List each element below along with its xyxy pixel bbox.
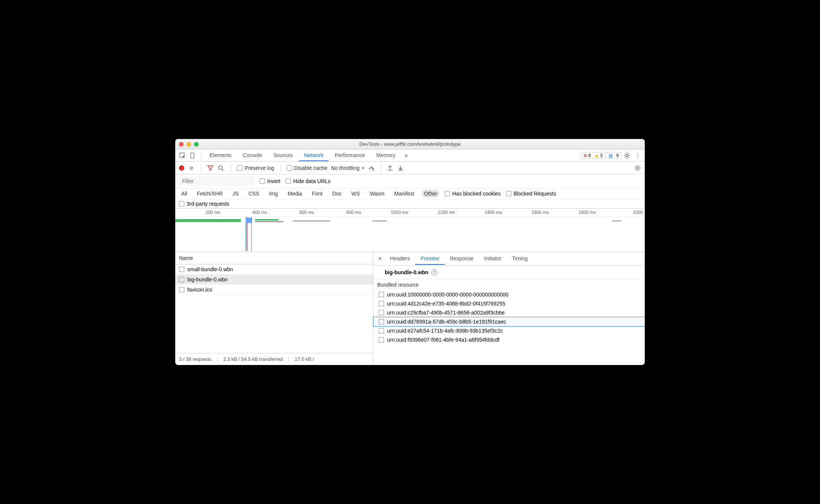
third-party-checkbox[interactable]: 3rd-party requests	[179, 201, 229, 207]
error-badge[interactable]: ⊗6 ▲3	[581, 152, 605, 159]
status-bar: 3 / 38 requests| 2.3 kB / 54.5 kB transf…	[175, 353, 373, 365]
bundled-resource-row[interactable]: urn:uuid:dd78991a-57db-459c-b8b5-1e191f9…	[373, 317, 645, 326]
request-row[interactable]: small-bundle-0.wbn	[175, 264, 373, 275]
filter-input[interactable]	[179, 177, 254, 186]
device-mode-icon[interactable]	[188, 151, 198, 160]
tab-memory[interactable]: Memory	[371, 150, 401, 161]
titlebar: DevTools - www.jefftk.com/test/wbn9/prot…	[175, 139, 645, 150]
clear-icon[interactable]: ⊘	[188, 165, 195, 171]
type-filter-img[interactable]: Img	[267, 190, 280, 197]
bundled-resource-row[interactable]: urn:uuid:10000000-0000-0000-0000-0000000…	[373, 290, 645, 299]
tab-elements[interactable]: Elements	[204, 150, 237, 161]
kebab-icon[interactable]: ⋮	[633, 151, 643, 160]
network-conditions-icon[interactable]	[368, 165, 375, 171]
tab-performance[interactable]: Performance	[329, 150, 370, 161]
bundled-resource-url: urn:uuid:c29cfba7-490b-4571-8656-a002a9f…	[387, 310, 505, 316]
type-filter-js[interactable]: JS	[230, 190, 241, 197]
third-party-row: 3rd-party requests	[175, 199, 645, 209]
bundled-resource-row[interactable]: urn:uuid:e27afc54-171b-4afc-899b-93b135e…	[373, 326, 645, 335]
detail-pane: × HeadersPreviewResponseInitiatorTiming …	[373, 252, 645, 365]
detail-tab-headers[interactable]: Headers	[385, 253, 415, 265]
type-filter-all[interactable]: All	[179, 190, 190, 197]
bundled-resource-list: urn:uuid:10000000-0000-0000-0000-0000000…	[373, 290, 645, 344]
type-filter-doc[interactable]: Doc	[330, 190, 344, 197]
network-split: Name small-bundle-0.wbnbig-bundle-0.wbnf…	[175, 252, 645, 365]
file-icon	[379, 292, 384, 297]
bundled-resource-row[interactable]: urn:uuid:4d12c42e-e735-4088-8bd2-0f415f7…	[373, 299, 645, 308]
file-icon	[379, 301, 384, 306]
type-filter-wasm[interactable]: Wasm	[367, 190, 387, 197]
upload-har-icon[interactable]	[387, 165, 394, 171]
close-details-icon[interactable]: ×	[375, 255, 385, 262]
type-filter-manifest[interactable]: Manifest	[392, 190, 416, 197]
bundled-resource-url: urn:uuid:e27afc54-171b-4afc-899b-93b135e…	[387, 328, 503, 334]
file-icon	[179, 287, 184, 292]
msg-badge[interactable]: ▤ 9	[606, 152, 621, 159]
panel-tabbar: ElementsConsoleSourcesNetworkPerformance…	[175, 150, 645, 162]
timeline-tick: 200 ms	[175, 209, 222, 217]
type-filter-media[interactable]: Media	[286, 190, 304, 197]
record-button[interactable]	[179, 165, 184, 171]
timeline-tick: 2000	[598, 209, 645, 217]
detail-tab-initiator[interactable]: Initiator	[479, 253, 507, 265]
request-row[interactable]: favicon.ico	[175, 285, 373, 295]
file-icon	[379, 328, 384, 333]
detail-tab-timing[interactable]: Timing	[507, 253, 533, 265]
help-icon[interactable]: ?	[431, 269, 438, 275]
blocked-cookies-checkbox[interactable]: Has blocked cookies	[445, 191, 500, 197]
devtools-window: DevTools - www.jefftk.com/test/wbn9/prot…	[175, 139, 645, 365]
invert-checkbox[interactable]: Invert	[260, 178, 280, 184]
timeline-tick: 1600 ms	[504, 209, 551, 217]
inspect-icon[interactable]	[177, 151, 187, 160]
hide-data-urls-checkbox[interactable]: Hide data URLs	[286, 178, 330, 184]
tab-console[interactable]: Console	[237, 150, 267, 161]
preview-title-row: big-bundle-0.wbn ?	[373, 266, 645, 279]
bundled-resource-url: urn:uuid:f9396e07-f081-4bfe-94a1-a8f954f…	[387, 337, 499, 343]
bundled-resource-row[interactable]: urn:uuid:c29cfba7-490b-4571-8656-a002a9f…	[373, 308, 645, 317]
detail-tab-preview[interactable]: Preview	[415, 253, 445, 265]
file-icon	[379, 319, 384, 324]
request-row[interactable]: big-bundle-0.wbn	[175, 275, 373, 285]
type-filter-css[interactable]: CSS	[246, 190, 262, 197]
tab-network[interactable]: Network	[299, 150, 329, 161]
svg-rect-1	[191, 153, 194, 158]
window-title: DevTools - www.jefftk.com/test/wbn9/prot…	[175, 141, 645, 147]
network-settings-icon[interactable]	[634, 165, 641, 171]
download-har-icon[interactable]	[398, 165, 405, 171]
disable-cache-checkbox[interactable]: Disable cache	[287, 165, 327, 171]
file-icon	[379, 337, 384, 342]
search-icon[interactable]	[218, 165, 225, 171]
timeline-tick: 400 ms	[222, 209, 269, 217]
bundled-resource-row[interactable]: urn:uuid:f9396e07-f081-4bfe-94a1-a8f954f…	[373, 335, 645, 344]
type-filter-row: AllFetch/XHRJSCSSImgMediaFontDocWSWasmMa…	[175, 188, 645, 199]
type-filter-other[interactable]: Other	[422, 190, 439, 197]
detail-tabbar: × HeadersPreviewResponseInitiatorTiming	[373, 252, 645, 266]
file-icon	[379, 310, 384, 315]
request-name: small-bundle-0.wbn	[187, 266, 233, 272]
bundled-resource-url: urn:uuid:dd78991a-57db-459c-b8b5-1e191f9…	[387, 319, 506, 325]
type-filter-fetchxhr[interactable]: Fetch/XHR	[195, 190, 225, 197]
more-tabs-icon[interactable]: »	[401, 151, 411, 160]
timeline-overview[interactable]: 200 ms400 ms600 ms800 ms1000 ms1200 ms14…	[175, 209, 645, 252]
filter-icon[interactable]	[207, 165, 214, 171]
settings-icon[interactable]	[622, 151, 632, 160]
name-header: Name	[175, 252, 373, 264]
timeline-tick: 1200 ms	[410, 209, 457, 217]
file-icon	[179, 277, 184, 282]
file-icon	[179, 267, 184, 272]
type-filter-ws[interactable]: WS	[349, 190, 363, 197]
svg-point-3	[219, 166, 222, 170]
preview-title: big-bundle-0.wbn	[385, 269, 428, 275]
request-list: small-bundle-0.wbnbig-bundle-0.wbnfavico…	[175, 264, 373, 353]
throttling-select[interactable]: No throttling▾	[331, 165, 364, 171]
blocked-requests-checkbox[interactable]: Blocked Requests	[506, 191, 556, 197]
request-name: favicon.ico	[187, 287, 212, 293]
detail-tab-response[interactable]: Response	[445, 253, 479, 265]
bundled-resource-url: urn:uuid:4d12c42e-e735-4088-8bd2-0f415f7…	[387, 301, 505, 307]
type-filter-font[interactable]: Font	[310, 190, 325, 197]
timeline-tick: 600 ms	[269, 209, 316, 217]
tab-sources[interactable]: Sources	[268, 150, 298, 161]
request-name: big-bundle-0.wbn	[187, 276, 228, 283]
preserve-log-checkbox[interactable]: Preserve log	[237, 165, 274, 171]
bundled-resource-url: urn:uuid:10000000-0000-0000-0000-0000000…	[387, 292, 508, 298]
